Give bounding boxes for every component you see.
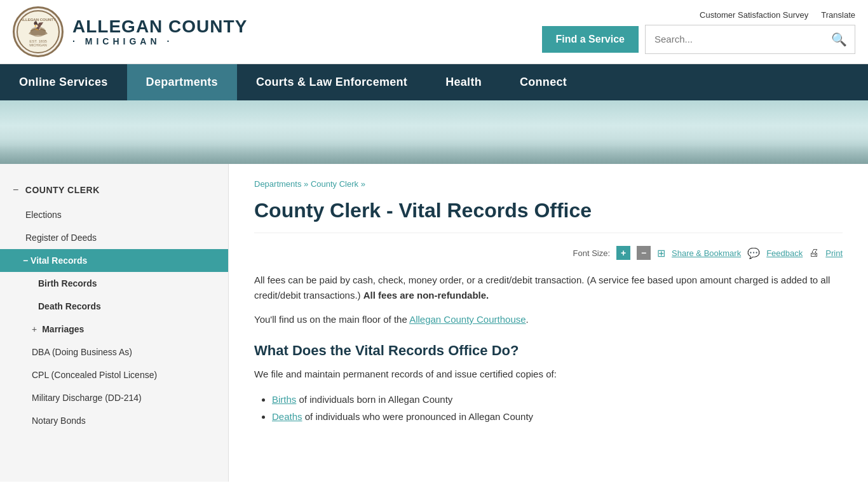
font-size-label: Font Size: xyxy=(573,248,611,258)
sidebar-item-register-of-deeds[interactable]: Register of Deeds xyxy=(0,226,228,249)
location-paragraph: You'll find us on the main floor of the … xyxy=(254,312,843,327)
main-content: Departments » County Clerk » County Cler… xyxy=(229,164,868,482)
births-link[interactable]: Births xyxy=(272,394,296,405)
search-container: 🔍 xyxy=(645,25,855,54)
page-title: County Clerk - Vital Records Office xyxy=(254,199,843,233)
list-item-births: Births of individuals born in Allegan Co… xyxy=(272,391,843,408)
print-link[interactable]: Print xyxy=(825,248,843,258)
state-name: · MICHIGAN · xyxy=(72,36,247,46)
sidebar-item-notary[interactable]: Notary Bonds xyxy=(0,409,228,432)
print-icon: 🖨 xyxy=(809,247,819,259)
feedback-link[interactable]: Feedback xyxy=(766,248,803,258)
nav-departments[interactable]: Departments xyxy=(127,64,237,100)
breadcrumb-sep1: » xyxy=(304,179,311,189)
top-links: Customer Satisfaction Survey Translate xyxy=(700,10,855,20)
section-intro: We file and maintain permanent records o… xyxy=(254,367,843,382)
content-wrapper: − COUNTY CLERK Elections Register of Dee… xyxy=(0,164,868,482)
sidebar-item-death-records[interactable]: Death Records xyxy=(0,295,228,318)
sidebar-item-military[interactable]: Military Discharge (DD-214) xyxy=(0,386,228,409)
main-nav: Online Services Departments Courts & Law… xyxy=(0,64,868,100)
location-suffix: . xyxy=(526,314,529,325)
breadcrumb-departments[interactable]: Departments xyxy=(254,179,301,189)
fees-text: All fees can be paid by cash, check, mon… xyxy=(254,274,830,301)
search-icon: 🔍 xyxy=(831,32,847,46)
nav-courts[interactable]: Courts & Law Enforcement xyxy=(237,64,426,100)
breadcrumb-county-clerk[interactable]: County Clerk xyxy=(311,179,358,189)
svg-text:🦅: 🦅 xyxy=(33,20,44,31)
font-controls: Font Size: + − ⊞ Share & Bookmark 💬 Feed… xyxy=(254,246,843,260)
fees-paragraph: All fees can be paid by cash, check, mon… xyxy=(254,273,843,303)
births-text: of individuals born in Allegan County xyxy=(296,394,452,405)
fees-bold: All fees are non-refundable. xyxy=(363,290,489,301)
search-button[interactable]: 🔍 xyxy=(824,25,855,53)
active-item-toggle: − xyxy=(23,255,31,266)
section-toggle-minus: − xyxy=(13,184,19,196)
site-logo: ALLEGAN COUNTY MICHIGAN 🦅 EST. 1835 xyxy=(13,6,64,57)
sidebar-item-elections[interactable]: Elections xyxy=(0,203,228,226)
nav-online-services[interactable]: Online Services xyxy=(0,64,127,100)
sidebar-section-label: COUNTY CLERK xyxy=(25,185,100,195)
svg-text:MICHIGAN: MICHIGAN xyxy=(29,43,47,47)
site-title: ALLEGAN COUNTY · MICHIGAN · xyxy=(72,17,247,47)
svg-text:EST. 1835: EST. 1835 xyxy=(29,39,47,43)
font-increase-button[interactable]: + xyxy=(616,246,630,260)
header-controls: Find a Service 🔍 xyxy=(542,25,856,54)
sidebar-item-dba[interactable]: DBA (Doing Business As) xyxy=(0,341,228,363)
marriages-toggle-icon: + xyxy=(32,324,37,334)
nav-connect[interactable]: Connect xyxy=(501,64,586,100)
site-header: ALLEGAN COUNTY MICHIGAN 🦅 EST. 1835 ALLE… xyxy=(0,0,868,64)
share-icon: ⊞ xyxy=(657,247,665,259)
courthouse-link[interactable]: Allegan County Courthouse xyxy=(409,314,526,325)
sidebar-section-header[interactable]: − COUNTY CLERK xyxy=(0,177,228,203)
location-prefix: You'll find us on the main floor of the xyxy=(254,314,409,325)
deaths-link[interactable]: Deaths xyxy=(272,411,302,422)
breadcrumb: Departments » County Clerk » xyxy=(254,179,843,189)
translate-link[interactable]: Translate xyxy=(821,10,855,20)
marriages-label: Marriages xyxy=(42,324,84,334)
find-service-button[interactable]: Find a Service xyxy=(542,26,639,53)
active-item-label: Vital Records xyxy=(31,255,87,266)
share-bookmark-link[interactable]: Share & Bookmark xyxy=(672,248,741,258)
list-item-deaths: Deaths of individuals who were pronounce… xyxy=(272,408,843,425)
sidebar-item-vital-records[interactable]: − Vital Records xyxy=(0,249,228,272)
feedback-icon: 💬 xyxy=(747,247,760,259)
customer-survey-link[interactable]: Customer Satisfaction Survey xyxy=(700,10,808,20)
font-decrease-button[interactable]: − xyxy=(637,246,651,260)
breadcrumb-sep2: » xyxy=(361,179,365,189)
header-left: ALLEGAN COUNTY MICHIGAN 🦅 EST. 1835 ALLE… xyxy=(13,6,247,57)
search-input[interactable] xyxy=(646,26,824,52)
deaths-text: of individuals who were pronounced in Al… xyxy=(302,411,534,422)
county-name: ALLEGAN COUNTY xyxy=(72,17,247,37)
sidebar-item-marriages[interactable]: + Marriages xyxy=(0,318,228,341)
records-list: Births of individuals born in Allegan Co… xyxy=(254,391,843,425)
sidebar-item-cpl[interactable]: CPL (Concealed Pistol License) xyxy=(0,363,228,386)
section-heading: What Does the Vital Records Office Do? xyxy=(254,342,843,359)
nav-health[interactable]: Health xyxy=(426,64,501,100)
sidebar-item-birth-records[interactable]: Birth Records xyxy=(0,272,228,295)
sidebar: − COUNTY CLERK Elections Register of Dee… xyxy=(0,164,229,482)
header-right: Customer Satisfaction Survey Translate F… xyxy=(542,10,856,54)
hero-banner xyxy=(0,100,868,164)
